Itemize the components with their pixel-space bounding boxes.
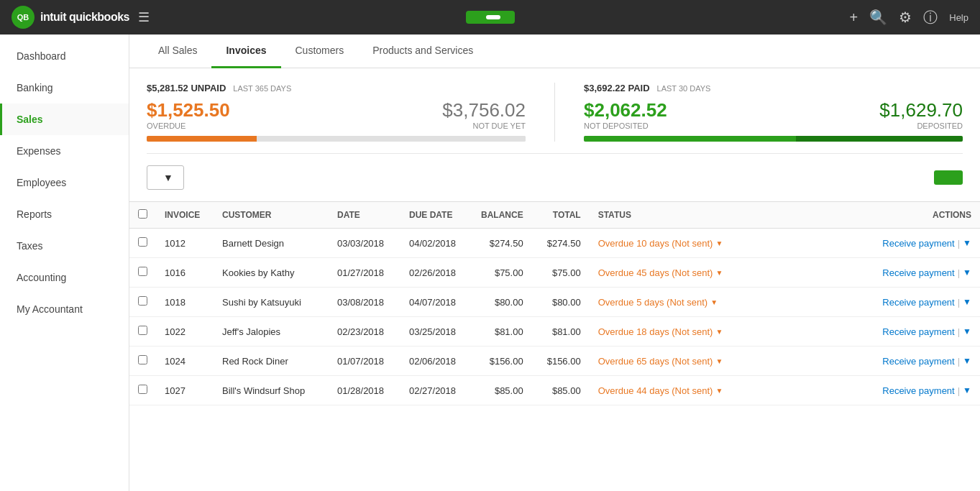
th-status[interactable]: STATUS xyxy=(590,202,791,229)
sidebar-item-accounting[interactable]: Accounting xyxy=(0,262,129,293)
th-actions: ACTIONS xyxy=(791,202,980,229)
receive-payment-link[interactable]: Receive payment xyxy=(882,267,954,278)
action-dropdown-icon[interactable]: ▼ xyxy=(963,267,971,277)
status-overdue-text: Overdue 5 days (Not sent) ▼ xyxy=(598,297,782,308)
th-date[interactable]: DATE xyxy=(329,202,400,229)
not-deposited-value: $2,062.52 xyxy=(584,99,667,121)
content-area: All Sales Invoices Customers Products an… xyxy=(129,35,980,491)
action-cell: Receive payment | ▼ xyxy=(800,267,971,278)
unpaid-values: $1,525.50 OVERDUE $3,756.02 NOT DUE YET xyxy=(147,99,526,130)
sidebar-item-sales[interactable]: Sales xyxy=(0,104,129,135)
row-balance: $80.00 xyxy=(472,288,532,317)
row-checkbox-5[interactable] xyxy=(138,385,147,394)
sidebar-item-my-accountant[interactable]: My Accountant xyxy=(0,293,129,325)
top-nav-right: + 🔍 ⚙ ⓘ Help xyxy=(850,8,968,27)
table-row: 1022 Jeff's Jalopies 02/23/2018 03/25/20… xyxy=(129,317,980,347)
paid-label-row: $3,692.22 PAID LAST 30 DAYS xyxy=(584,83,963,93)
table-row: 1012 Barnett Design 03/03/2018 04/02/201… xyxy=(129,229,980,258)
row-actions: Receive payment | ▼ xyxy=(791,258,980,288)
sidebar-item-banking[interactable]: Banking xyxy=(0,72,129,104)
row-total: $156.00 xyxy=(532,347,590,376)
settings-icon[interactable]: ⚙ xyxy=(899,9,912,26)
row-date: 03/03/2018 xyxy=(329,229,400,258)
row-due-date: 03/25/2018 xyxy=(400,317,472,347)
th-invoice[interactable]: INVOICE xyxy=(156,202,214,229)
status-dropdown-icon[interactable]: ▼ xyxy=(715,239,723,247)
action-cell: Receive payment | ▼ xyxy=(800,238,971,249)
receive-payment-link[interactable]: Receive payment xyxy=(882,238,954,249)
new-invoice-button[interactable] xyxy=(934,170,963,185)
action-dropdown-icon[interactable]: ▼ xyxy=(963,326,971,336)
status-dropdown-icon[interactable]: ▼ xyxy=(710,298,718,306)
not-deposited-label: NOT DEPOSITED xyxy=(584,121,667,130)
paid-total-label: $3,692.22 PAID xyxy=(584,83,650,93)
main-layout: Dashboard Banking Sales Expenses Employe… xyxy=(0,35,980,491)
row-total: $81.00 xyxy=(532,317,590,347)
row-checkbox-1[interactable] xyxy=(138,267,147,276)
search-icon[interactable]: 🔍 xyxy=(869,9,887,26)
row-total: $80.00 xyxy=(532,288,590,317)
row-checkbox-0[interactable] xyxy=(138,237,147,247)
unpaid-label-row: $5,281.52 UNPAID LAST 365 DAYS xyxy=(147,83,526,93)
th-total[interactable]: TOTAL xyxy=(532,202,590,229)
action-dropdown-icon[interactable]: ▼ xyxy=(963,297,971,307)
row-status: Overdue 10 days (Not sent) ▼ xyxy=(590,229,791,258)
tab-invoices[interactable]: Invoices xyxy=(211,35,280,68)
table-row: 1024 Red Rock Diner 01/07/2018 02/06/201… xyxy=(129,347,980,376)
tab-products-services[interactable]: Products and Services xyxy=(358,35,487,68)
receive-payment-link[interactable]: Receive payment xyxy=(882,297,954,308)
row-total: $274.50 xyxy=(532,229,590,258)
row-actions: Receive payment | ▼ xyxy=(791,317,980,347)
status-overdue-text: Overdue 65 days (Not sent) ▼ xyxy=(598,356,782,367)
sidebar-item-reports[interactable]: Reports xyxy=(0,198,129,230)
tab-all-sales[interactable]: All Sales xyxy=(144,35,211,68)
th-balance[interactable]: BALANCE xyxy=(472,202,532,229)
help-icon[interactable]: ⓘ xyxy=(923,8,938,27)
not-deposited-bar-segment xyxy=(584,136,796,142)
invoices-table: INVOICE CUSTOMER DATE DUE DATE BALANCE T… xyxy=(129,201,980,405)
action-dropdown-icon[interactable]: ▼ xyxy=(963,356,971,366)
th-customer[interactable]: CUSTOMER xyxy=(214,202,329,229)
row-invoice-id: 1012 xyxy=(156,229,214,258)
receive-payment-link[interactable]: Receive payment xyxy=(882,356,954,367)
sidebar-item-expenses[interactable]: Expenses xyxy=(0,135,129,167)
row-checkbox-3[interactable] xyxy=(138,326,147,335)
add-icon[interactable]: + xyxy=(850,9,858,26)
logo: QB intuit quickbooks xyxy=(12,6,129,29)
sidebar-item-employees[interactable]: Employees xyxy=(0,167,129,198)
status-dropdown-icon[interactable]: ▼ xyxy=(715,357,723,365)
row-invoice-id: 1024 xyxy=(156,347,214,376)
top-nav: QB intuit quickbooks ☰ + 🔍 ⚙ ⓘ Help xyxy=(0,0,980,35)
row-actions: Receive payment | ▼ xyxy=(791,288,980,317)
status-dropdown-icon[interactable]: ▼ xyxy=(715,387,723,395)
receive-payment-link[interactable]: Receive payment xyxy=(882,326,954,337)
status-overdue-text: Overdue 45 days (Not sent) ▼ xyxy=(598,267,782,278)
deposited-label: DEPOSITED xyxy=(879,121,963,130)
row-checkbox-cell xyxy=(129,258,156,288)
batch-actions-button[interactable]: ▼ xyxy=(147,165,184,190)
row-due-date: 02/26/2018 xyxy=(400,258,472,288)
hamburger-icon[interactable]: ☰ xyxy=(138,9,150,25)
th-due-date[interactable]: DUE DATE xyxy=(400,202,472,229)
row-checkbox-4[interactable] xyxy=(138,355,147,364)
sidebar-item-taxes[interactable]: Taxes xyxy=(0,230,129,262)
subscribe-now-button[interactable] xyxy=(486,15,500,19)
receive-payment-link[interactable]: Receive payment xyxy=(882,385,954,396)
status-dropdown-icon[interactable]: ▼ xyxy=(715,328,723,336)
row-status: Overdue 65 days (Not sent) ▼ xyxy=(590,347,791,376)
tab-customers[interactable]: Customers xyxy=(281,35,359,68)
paid-stat-group: $3,692.22 PAID LAST 30 DAYS $2,062.52 NO… xyxy=(554,83,963,142)
select-all-checkbox[interactable] xyxy=(138,209,147,219)
status-dropdown-icon[interactable]: ▼ xyxy=(715,269,723,277)
overdue-bar-segment xyxy=(147,136,257,142)
row-customer: Jeff's Jalopies xyxy=(214,317,329,347)
subscribe-banner xyxy=(466,11,515,24)
action-dropdown-icon[interactable]: ▼ xyxy=(963,238,971,248)
help-label[interactable]: Help xyxy=(949,12,968,23)
qb-logo-icon: QB xyxy=(12,6,35,29)
row-due-date: 04/02/2018 xyxy=(400,229,472,258)
action-dropdown-icon[interactable]: ▼ xyxy=(963,385,971,395)
sidebar-item-dashboard[interactable]: Dashboard xyxy=(0,40,129,72)
row-due-date: 04/07/2018 xyxy=(400,288,472,317)
row-checkbox-2[interactable] xyxy=(138,296,147,306)
